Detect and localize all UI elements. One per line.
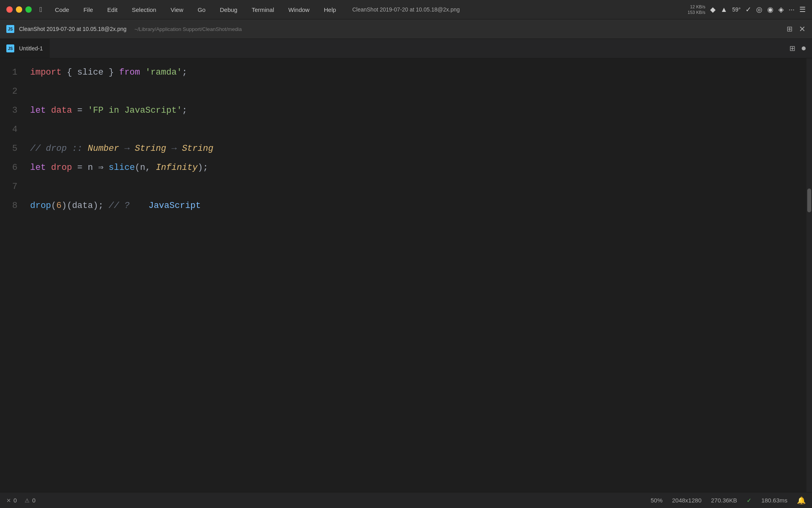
clock-icon: ✓ (745, 5, 751, 14)
code-line-1: import { slice } from 'ramda' ; (24, 63, 812, 82)
line-number-6: 6 (0, 158, 17, 177)
editor-tab-icon: JS (6, 44, 14, 52)
statusbar: ✕ 0 ⚠ 0 50% 812x508 270.36KB ✓ 180.63m… (0, 492, 812, 508)
editor-tabs: JS Untitled-1 ⊞ (0, 39, 812, 58)
menubar-left:  Code File Edit Selection View Go Debug… (6, 5, 339, 15)
editor-tab-filename: Untitled-1 (19, 45, 43, 52)
scrollbar-track[interactable] (806, 58, 812, 492)
error-icon: ✕ (6, 497, 11, 504)
render-timing: 180.63ms (761, 497, 787, 504)
list-icon: ☰ (799, 5, 806, 14)
apple-icon:  (40, 6, 42, 14)
tabbar-filename: CleanShot 2019-07-20 at 10.05.18@2x.png (19, 26, 126, 32)
error-count: ✕ 0 (6, 497, 17, 504)
code-line-5: // drop :: Number → String → String (24, 139, 812, 158)
split-editor-icon[interactable]: ⊞ (787, 25, 793, 33)
line-number-3: 3 (0, 101, 17, 120)
menu-item-go[interactable]: Go (194, 5, 209, 15)
file-size: 270.36KB (711, 497, 737, 504)
close-button[interactable] (6, 6, 13, 13)
network-stats: 12 KB/s 153 KB/s (688, 4, 705, 15)
status-left: ✕ 0 ⚠ 0 (6, 497, 36, 504)
active-editor-tab[interactable]: JS Untitled-1 (0, 39, 50, 58)
code-line-4 (24, 120, 812, 139)
tabbar-icons: ⊞ ✕ (787, 24, 806, 34)
code-line-7 (24, 177, 812, 196)
menubar-right: 12 KB/s 153 KB/s ◆ ▲ 59° ✓ ◎ ◉ ◈ ··· ☰ (688, 4, 806, 15)
dropbox-icon: ◆ (710, 5, 716, 14)
traffic-lights (6, 6, 32, 13)
keyword-import: import (30, 63, 61, 82)
image-dimensions: 812x508 (672, 497, 701, 504)
editor-tab-icons: ⊞ (789, 39, 812, 58)
error-count-value: 0 (13, 497, 17, 504)
system-icon: ◉ (767, 5, 774, 14)
line-number-5: 5 (0, 139, 17, 158)
menu-item-code[interactable]: Code (52, 5, 73, 15)
check-icon: ✓ (747, 497, 752, 504)
warning-icon: ⚠ (25, 497, 30, 504)
minimize-button[interactable] (16, 6, 22, 13)
wechat-icon: ◎ (756, 5, 762, 14)
tabbar: JS CleanShot 2019-07-20 at 10.05.18@2x.p… (0, 19, 812, 39)
inline-evaluation: JavaScript (138, 196, 201, 216)
menu-item-terminal[interactable]: Terminal (249, 5, 278, 15)
line-number-1: 1 (0, 63, 17, 82)
line-number-2: 2 (0, 82, 17, 101)
menu-item-selection[interactable]: Selection (128, 5, 159, 15)
window-title: CleanShot 2019-07-20 at 10.05.18@2x.png (352, 6, 460, 13)
menu-item-window[interactable]: Window (285, 5, 312, 15)
notification-icon: 🔔 (797, 496, 806, 505)
line-number-8: 8 (0, 196, 17, 216)
menu-item-debug[interactable]: Debug (216, 5, 240, 15)
tabbar-filepath: ~/Library/Application Support/CleanShot/… (134, 26, 242, 32)
line-numbers: 1 2 3 4 5 6 7 8 (0, 58, 24, 492)
menu-item-view[interactable]: View (167, 5, 186, 15)
line-number-7: 7 (0, 177, 17, 196)
maximize-button[interactable] (25, 6, 32, 13)
zoom-level: 50% (651, 497, 663, 504)
wifi-icon: ▲ (720, 6, 728, 14)
temperature-display: 59° (732, 6, 741, 13)
finder-icon: ◈ (778, 5, 784, 14)
editor-area: 1 2 3 4 5 6 7 8 import { slice } from 'r… (0, 58, 812, 492)
code-line-6: let drop = n ⇒ slice (n, Infinity ); (24, 158, 812, 177)
code-line-8: drop ( 6 )( data ); // ? JavaScript (24, 196, 812, 216)
code-area[interactable]: import { slice } from 'ramda' ; let data… (24, 58, 812, 492)
menu-item-help[interactable]: Help (321, 5, 339, 15)
unsaved-indicator (802, 46, 806, 50)
close-tab-icon[interactable]: ✕ (799, 24, 806, 34)
code-line-3: let data = 'FP in JavaScript' ; (24, 101, 812, 120)
warning-count-value: 0 (32, 497, 35, 504)
split-view-icon[interactable]: ⊞ (789, 44, 795, 53)
more-icon: ··· (789, 6, 795, 14)
network-up: 12 KB/s (688, 4, 705, 10)
menu-item-edit[interactable]: Edit (104, 5, 121, 15)
menubar:  Code File Edit Selection View Go Debug… (0, 0, 812, 19)
code-line-2 (24, 82, 812, 101)
file-type-icon: JS (6, 25, 14, 33)
menu-item-file[interactable]: File (80, 5, 96, 15)
warning-count: ⚠ 0 (25, 497, 35, 504)
status-right: 50% 812x508 270.36KB ✓ 180.63ms 🔔 (651, 496, 806, 505)
scrollbar-thumb[interactable] (807, 189, 811, 212)
line-number-4: 4 (0, 120, 17, 139)
network-down: 153 KB/s (688, 10, 705, 15)
